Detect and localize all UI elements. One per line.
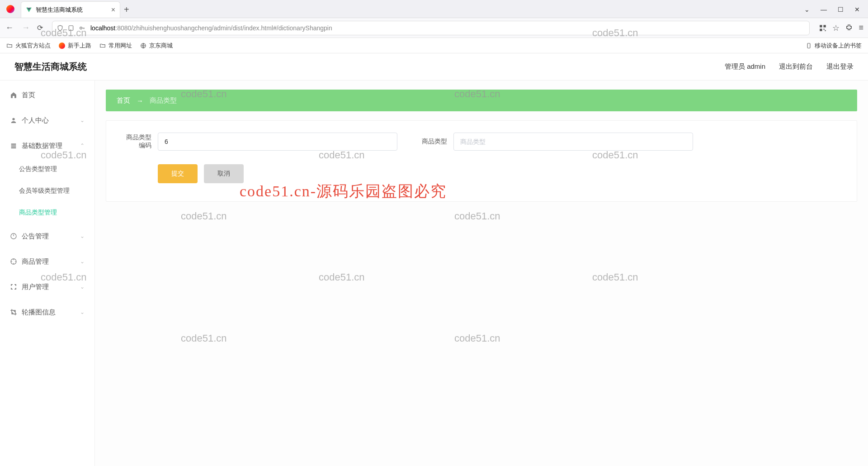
product-type-code-input[interactable] (158, 133, 397, 151)
header-logout[interactable]: 退出登录 (826, 62, 854, 71)
svg-rect-11 (11, 145, 16, 147)
data-icon (10, 142, 17, 149)
tabs-dropdown-icon[interactable]: ⌄ (804, 6, 810, 13)
menu-icon[interactable]: ≡ (859, 23, 863, 33)
power-icon (10, 233, 17, 240)
svg-point-9 (12, 118, 14, 120)
fullscreen-icon (10, 283, 17, 290)
form-label-name: 商品类型 (415, 138, 447, 146)
bookmark-label: 京东商城 (149, 42, 173, 50)
new-tab-button[interactable]: + (124, 5, 129, 18)
url-path: :8080/zhihuishenghuoshangcheng/admin/dis… (115, 24, 332, 32)
browser-toolbar: ← → ⟳ localhost:8080/zhihuishenghuoshang… (0, 18, 868, 38)
sidebar-item-label: 商品管理 (22, 257, 49, 266)
sidebar-item-home[interactable]: 首页 (0, 82, 94, 108)
key-icon (79, 25, 86, 31)
firefox-icon (59, 43, 65, 49)
crop-icon (10, 309, 17, 316)
svg-rect-6 (825, 30, 826, 31)
window-controls: ⌄ — ☐ ✕ (804, 6, 868, 18)
browser-tab-bar: 智慧生活商城系统 × + ⌄ — ☐ ✕ (0, 0, 868, 18)
svg-rect-10 (11, 143, 16, 145)
qr-icon[interactable] (819, 24, 827, 32)
bookmark-item[interactable]: 火狐官方站点 (6, 42, 51, 50)
form-label-code2: 编码 (120, 142, 151, 150)
svg-rect-3 (824, 25, 826, 27)
url-bar[interactable]: localhost:8080/zhihuishenghuoshangcheng/… (52, 21, 810, 35)
form-card: 商品类型 编码 商品类型 提交 取消 (106, 120, 857, 202)
sidebar-item-carousel[interactable]: 轮播图信息 ⌄ (0, 300, 94, 325)
app-header: 智慧生活商城系统 管理员 admin 退出到前台 退出登录 (0, 53, 868, 81)
sidebar-item-basedata[interactable]: 基础数据管理 ⌃ (0, 133, 94, 158)
app-title: 智慧生活商城系统 (14, 61, 87, 73)
vue-icon (26, 7, 32, 13)
mobile-icon (806, 43, 812, 49)
sidebar-item-label: 公告管理 (22, 232, 49, 241)
svg-rect-5 (824, 29, 825, 29)
sidebar-sub-member-level[interactable]: 会员等级类型管理 (0, 180, 94, 202)
breadcrumb-home[interactable]: 首页 (117, 96, 130, 105)
folder-icon (99, 43, 106, 49)
reload-button[interactable]: ⟳ (37, 24, 43, 32)
svg-rect-4 (820, 29, 822, 31)
chevron-down-icon: ⌄ (80, 284, 85, 290)
submit-button[interactable]: 提交 (158, 164, 198, 183)
chevron-up-icon: ⌃ (80, 143, 85, 149)
firefox-icon (6, 5, 14, 13)
sidebar-item-personal[interactable]: 个人中心 ⌄ (0, 108, 94, 133)
chevron-down-icon: ⌄ (80, 309, 85, 315)
sidebar-item-user[interactable]: 用户管理 ⌄ (0, 274, 94, 300)
extensions-icon[interactable] (845, 24, 853, 32)
product-type-name-input[interactable] (453, 133, 693, 151)
chevron-down-icon: ⌄ (80, 233, 85, 239)
close-tab-icon[interactable]: × (111, 6, 115, 14)
sidebar-item-label: 轮播图信息 (22, 308, 56, 317)
forward-button[interactable]: → (21, 23, 31, 33)
breadcrumb: 首页 → 商品类型 (106, 90, 857, 111)
bookmark-label: 常用网址 (108, 42, 132, 50)
browser-tab[interactable]: 智慧生活商城系统 × (21, 1, 120, 18)
main-content: 首页 → 商品类型 商品类型 编码 商品类型 (95, 81, 868, 466)
svg-rect-2 (820, 25, 822, 27)
sidebar-sub-notice-type[interactable]: 公告类型管理 (0, 158, 94, 180)
svg-rect-0 (69, 25, 73, 30)
tab-title: 智慧生活商城系统 (36, 6, 83, 14)
bookmark-label: 移动设备上的书签 (815, 42, 862, 50)
bookmark-item[interactable]: 常用网址 (99, 42, 132, 50)
user-icon (10, 117, 17, 124)
cancel-button[interactable]: 取消 (204, 164, 244, 183)
bookmark-star-icon[interactable]: ☆ (832, 23, 840, 33)
chevron-down-icon: ⌄ (80, 117, 85, 124)
folder-icon (6, 43, 13, 49)
sidebar-item-label: 用户管理 (22, 283, 49, 291)
url-host: localhost (90, 24, 115, 32)
page-icon (68, 25, 74, 31)
svg-point-1 (80, 27, 82, 29)
shield-icon (57, 25, 63, 31)
sidebar-item-label: 首页 (22, 91, 35, 100)
back-button[interactable]: ← (5, 23, 14, 33)
bookmark-item[interactable]: 新手上路 (59, 42, 91, 50)
header-admin[interactable]: 管理员 admin (725, 62, 765, 71)
close-window-icon[interactable]: ✕ (854, 6, 860, 13)
form-label-code: 商品类型 (120, 133, 151, 142)
home-icon (10, 91, 17, 99)
breadcrumb-arrow-icon: → (137, 97, 143, 105)
sidebar-item-product[interactable]: 商品管理 ⌄ (0, 249, 94, 274)
sidebar-sub-product-type[interactable]: 商品类型管理 (0, 202, 94, 223)
chevron-down-icon: ⌄ (80, 258, 85, 265)
bookmark-label: 新手上路 (68, 42, 91, 50)
app-root: 智慧生活商城系统 管理员 admin 退出到前台 退出登录 首页 个人中心 ⌄ … (0, 53, 868, 466)
sidebar-item-notice[interactable]: 公告管理 ⌄ (0, 223, 94, 249)
minimize-icon[interactable]: — (821, 6, 827, 13)
bookmark-mobile[interactable]: 移动设备上的书签 (806, 42, 862, 50)
sidebar-item-label: 个人中心 (22, 116, 49, 125)
target-icon (10, 258, 17, 265)
bookmark-item[interactable]: 京东商城 (140, 42, 173, 50)
svg-rect-8 (807, 43, 810, 48)
globe-icon (140, 43, 146, 49)
breadcrumb-current: 商品类型 (150, 96, 177, 105)
header-exit-front[interactable]: 退出到前台 (779, 62, 813, 71)
sidebar-item-label: 基础数据管理 (22, 142, 62, 150)
maximize-icon[interactable]: ☐ (838, 6, 844, 13)
